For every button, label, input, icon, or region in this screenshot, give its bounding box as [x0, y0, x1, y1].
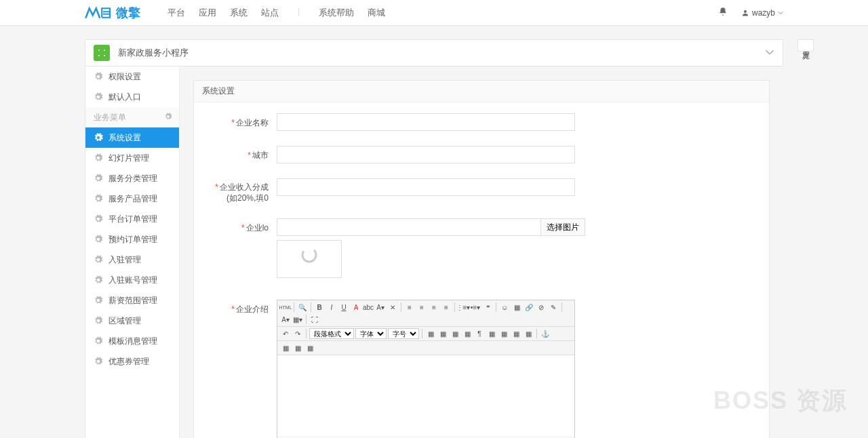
wide-screen-toggle[interactable]: 宽屏	[797, 39, 814, 52]
align-right-icon[interactable]: ≡	[429, 302, 439, 313]
logo-preview[interactable]	[277, 240, 342, 278]
editor-html-btn[interactable]: HTML	[280, 302, 291, 313]
sidebar-item-label: 优惠券管理	[108, 356, 149, 367]
panel-title: 系统设置	[194, 81, 769, 102]
sidebar-item-template-msg[interactable]: 模板消息管理	[85, 331, 179, 351]
font-family-select[interactable]: 字体	[355, 328, 387, 339]
bold-icon[interactable]: B	[314, 302, 325, 313]
sidebar-item-default-entry[interactable]: 默认入口	[85, 87, 179, 107]
paragraph-format-select[interactable]: 段落格式	[309, 328, 354, 339]
strikethrough-icon[interactable]: abc	[363, 302, 374, 313]
nav-platform[interactable]: 平台	[167, 7, 185, 19]
sidebar-item-service-product[interactable]: 服务产品管理	[85, 188, 179, 209]
app-icon	[94, 45, 110, 61]
nav-system[interactable]: 系统	[230, 7, 248, 19]
image-icon[interactable]: ▦	[511, 302, 522, 313]
table-icon[interactable]: ▦	[425, 328, 436, 339]
username: wazyb	[752, 8, 775, 18]
sidebar-item-label: 幻灯片管理	[108, 153, 149, 164]
attachment-icon[interactable]: ▦	[304, 342, 315, 353]
sidebar-item-appointment-order[interactable]: 预约订单管理	[85, 229, 179, 250]
input-income[interactable]	[277, 178, 575, 196]
svg-point-0	[744, 10, 747, 13]
nav-help[interactable]: 系统帮助	[319, 7, 354, 19]
unlink-icon[interactable]: ⊘	[536, 302, 547, 313]
label-intro: *企业介绍	[208, 300, 269, 315]
underline-icon[interactable]: U	[338, 302, 349, 313]
nav-mall[interactable]: 商城	[368, 7, 385, 19]
font-color-icon[interactable]: A	[351, 302, 361, 313]
sidebar-item-label: 薪资范围管理	[108, 295, 157, 306]
nav-app[interactable]: 应用	[199, 7, 216, 19]
gear-icon	[94, 275, 103, 285]
font-family-icon[interactable]: A▾	[375, 302, 386, 313]
label-income: *企业收入分成(如20%,填0	[208, 178, 269, 203]
ordered-list-icon[interactable]: ⋮≡▾	[458, 302, 469, 313]
sidebar-item-entry-mgmt[interactable]: 入驻管理	[85, 250, 179, 270]
sidebar-item-platform-order[interactable]: 平台订单管理	[85, 209, 179, 229]
sidebar-item-label: 预约订单管理	[108, 234, 157, 245]
cell-props-icon[interactable]: ▦	[523, 328, 534, 339]
sidebar-item-label: 系统设置	[108, 132, 141, 144]
insert-row-icon[interactable]: ▦	[437, 328, 448, 339]
sidebar-item-area[interactable]: 区域管理	[85, 311, 179, 331]
label-city: *城市	[208, 146, 269, 161]
align-center-icon[interactable]: ≡	[416, 302, 427, 313]
highlight-icon[interactable]: ✎	[548, 302, 559, 313]
nav-site[interactable]: 站点	[261, 7, 279, 19]
unordered-list-icon[interactable]: •≡▾	[470, 302, 481, 313]
forecolor-icon[interactable]: A▾	[280, 314, 291, 325]
input-logo-path[interactable]	[277, 218, 541, 236]
backcolor-icon[interactable]: ▦▾	[292, 314, 303, 325]
video-icon[interactable]: ▦	[280, 342, 291, 353]
user-menu[interactable]: wazyb	[741, 8, 783, 18]
gear-icon	[94, 194, 103, 203]
fullscreen-icon[interactable]: ⛶	[309, 314, 320, 325]
sidebar-item-system-settings[interactable]: 系统设置	[85, 127, 179, 148]
align-left-icon[interactable]: ≡	[404, 302, 415, 313]
editor-toolbar-row3: ▦ ▦ ▦	[277, 341, 574, 355]
sidebar-item-label: 平台订单管理	[108, 214, 157, 225]
settings-panel: 系统设置 *企业名称 *城市 *企业收入分成(如20%,填0	[193, 80, 770, 438]
merge-cell-icon[interactable]: ▦	[462, 328, 473, 339]
button-choose-image[interactable]: 选择图片	[540, 218, 585, 236]
table-props-icon[interactable]: ▦	[511, 328, 521, 339]
indent-icon[interactable]: ▦	[486, 328, 497, 339]
delete-row-icon[interactable]: ▦	[450, 328, 460, 339]
redo-icon[interactable]: ↷	[292, 328, 303, 339]
search-icon[interactable]: 🔍	[297, 302, 308, 313]
anchor-icon[interactable]: ⚓	[540, 328, 551, 339]
main-nav: 平台 应用 系统 站点 | 系统帮助 商城	[167, 7, 385, 19]
undo-icon[interactable]: ↶	[280, 328, 291, 339]
sidebar-item-label: 服务分类管理	[108, 173, 157, 184]
editor-body[interactable]	[277, 355, 574, 437]
split-cell-icon[interactable]: ¶	[474, 328, 485, 339]
sidebar: 权限设置 默认入口 业务菜单 系统设置 幻灯片管理 服务分类管理 服务产品管理 …	[85, 66, 180, 438]
sidebar-item-salary-range[interactable]: 薪资范围管理	[85, 290, 179, 311]
link-icon[interactable]: 🔗	[524, 302, 534, 313]
caret-down-icon	[778, 10, 783, 16]
align-justify-icon[interactable]: ≡	[441, 302, 452, 313]
sidebar-item-service-category[interactable]: 服务分类管理	[85, 168, 179, 188]
input-city[interactable]	[277, 146, 575, 163]
editor-toolbar-row2: ↶ ↷ 段落格式 字体 字号 ▦ ▦ ▦ ▦	[277, 327, 574, 341]
bell-icon[interactable]	[718, 7, 728, 18]
gear-icon	[94, 357, 103, 366]
map-icon[interactable]: ▦	[292, 342, 303, 353]
sidebar-section-header: 业务菜单	[85, 107, 179, 127]
row-logo-preview	[208, 247, 755, 285]
input-company-name[interactable]	[277, 113, 575, 131]
app-selector-bar[interactable]: 新家政服务小程序	[85, 39, 783, 66]
clear-format-icon[interactable]: ✕	[387, 302, 398, 313]
font-size-select[interactable]: 字号	[388, 328, 419, 339]
sidebar-item-slideshow[interactable]: 幻灯片管理	[85, 148, 179, 168]
outdent-icon[interactable]: ▦	[498, 328, 509, 339]
blockquote-icon[interactable]: ❝	[482, 302, 493, 313]
italic-icon[interactable]: I	[326, 302, 337, 313]
emoji-icon[interactable]: ☺	[499, 302, 510, 313]
logo[interactable]: 微擎	[85, 5, 140, 21]
sidebar-item-permission[interactable]: 权限设置	[85, 66, 179, 87]
sidebar-item-entry-account[interactable]: 入驻账号管理	[85, 270, 179, 290]
gear-icon[interactable]	[164, 113, 172, 123]
sidebar-item-coupon[interactable]: 优惠券管理	[85, 351, 179, 372]
